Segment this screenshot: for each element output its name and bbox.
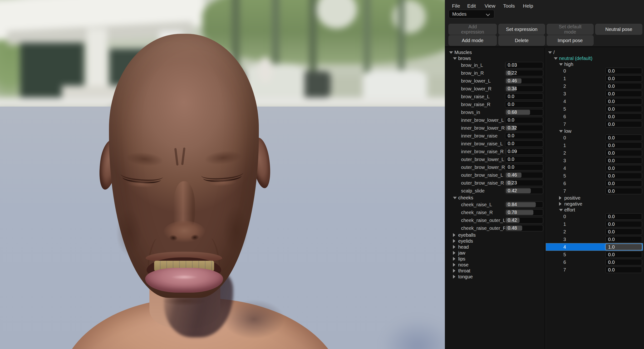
muscle-tree-row[interactable]: cheek_raise_L0.84 <box>445 200 544 208</box>
modes-dropdown[interactable]: Modes <box>449 10 494 18</box>
value-input[interactable]: 0.0 <box>606 114 642 120</box>
muscle-slider[interactable]: 0.32 <box>505 125 543 131</box>
collapse-triangle-icon[interactable] <box>453 197 457 199</box>
expand-triangle-icon[interactable] <box>559 202 562 206</box>
expand-triangle-icon[interactable] <box>453 269 455 273</box>
muscle-tree-row[interactable]: inner_brow_raise_L0.0 <box>445 140 544 148</box>
mode-tree-row[interactable]: low <box>546 128 643 134</box>
mode-tree-row[interactable]: 30.0 <box>546 90 643 98</box>
mode-tree-row[interactable]: 30.0 <box>546 236 643 243</box>
mode-tree-row[interactable]: negative <box>546 201 643 207</box>
value-input[interactable]: 1.0 <box>606 244 642 250</box>
mode-tree-row[interactable]: 60.0 <box>546 180 643 187</box>
value-input[interactable]: 0.0 <box>606 158 642 164</box>
muscle-tree-row[interactable]: cheek_raise_R0.78 <box>445 208 544 216</box>
mode-tree-row-selected[interactable]: 41.0 <box>546 243 643 251</box>
muscle-tree-row[interactable]: head <box>445 244 544 250</box>
value-input[interactable]: 0.0 <box>606 98 642 105</box>
value-input[interactable]: 0.0 <box>606 214 642 220</box>
muscle-tree-row[interactable]: Muscles <box>445 49 544 55</box>
add-expression-button[interactable]: Add expression <box>448 24 497 35</box>
menu-item-help[interactable]: Help <box>523 3 533 9</box>
value-input[interactable]: 0.0 <box>606 252 642 258</box>
muscle-slider[interactable]: 0.0 <box>505 117 543 123</box>
menu-item-view[interactable]: View <box>484 3 495 9</box>
mode-tree-row[interactable]: 10.0 <box>546 142 643 149</box>
muscle-slider[interactable]: 0.0 <box>505 93 543 100</box>
mode-tree-row[interactable]: 10.0 <box>546 75 643 82</box>
muscle-slider[interactable]: 0.0 <box>505 140 543 147</box>
value-input[interactable]: 0.0 <box>606 68 642 74</box>
muscle-tree-row[interactable]: brow_raise_L0.0 <box>445 92 544 100</box>
muscle-slider[interactable]: 0.48 <box>505 225 543 231</box>
mode-tree-row[interactable]: high <box>546 61 643 67</box>
mode-tree-row[interactable]: 60.0 <box>546 258 643 266</box>
value-input[interactable]: 0.0 <box>606 236 642 243</box>
set-expression-button[interactable]: Set expression <box>498 24 545 35</box>
collapse-triangle-icon[interactable] <box>453 57 457 60</box>
muscle-tree-row[interactable]: brow_in_L0.03 <box>445 61 544 69</box>
mode-tree-row[interactable]: 20.0 <box>546 228 643 236</box>
muscle-slider[interactable]: 0.0 <box>505 164 543 170</box>
muscle-tree-row[interactable]: scalp_slide0.42 <box>445 187 544 194</box>
mode-tree-row[interactable]: 20.0 <box>546 82 643 90</box>
collapse-triangle-icon[interactable] <box>554 57 558 60</box>
muscle-tree-row[interactable]: eyelids <box>445 238 544 244</box>
muscle-slider[interactable]: 0.78 <box>505 209 543 216</box>
muscle-slider[interactable]: 0.46 <box>505 172 543 178</box>
value-input[interactable]: 0.0 <box>606 165 642 172</box>
expand-triangle-icon[interactable] <box>453 233 455 237</box>
muscle-tree-row[interactable]: outer_brow_raise_R0.23 <box>445 179 544 187</box>
set-default-mode-button[interactable]: Set default mode <box>547 24 594 35</box>
mode-tree-row[interactable]: effort <box>546 207 643 213</box>
muscle-tree-row[interactable]: lips <box>445 256 544 262</box>
mode-tree-row[interactable]: 10.0 <box>546 220 643 228</box>
value-input[interactable]: 0.0 <box>606 173 642 179</box>
expand-triangle-icon[interactable] <box>559 196 562 200</box>
mode-tree-row[interactable]: / <box>546 49 643 55</box>
muscle-tree-row[interactable]: eyeballs <box>445 232 544 238</box>
muscle-tree-row[interactable]: brow_in_R0.22 <box>445 69 544 77</box>
muscle-tree-row[interactable]: throat <box>445 268 544 274</box>
expand-triangle-icon[interactable] <box>453 251 455 255</box>
muscle-tree-row[interactable]: nose <box>445 262 544 268</box>
muscle-tree-row[interactable]: inner_brow_raise_R0.09 <box>445 148 544 155</box>
viewport-3d[interactable] <box>0 0 445 349</box>
mode-tree-row[interactable]: 00.0 <box>546 67 643 75</box>
muscle-slider[interactable]: 0.0 <box>505 101 543 108</box>
mode-tree-row[interactable]: 70.0 <box>546 187 643 195</box>
delete-button[interactable]: Delete <box>498 35 545 46</box>
import-pose-button[interactable]: Import pose <box>547 35 594 46</box>
menu-item-tools[interactable]: Tools <box>503 3 515 9</box>
add-mode-button[interactable]: Add mode <box>448 35 497 46</box>
mode-tree-row[interactable]: 50.0 <box>546 105 643 113</box>
neutral-pose-button[interactable]: Neutral pose <box>595 24 642 35</box>
muscle-tree-row[interactable]: brow_lower_L0.46 <box>445 77 544 85</box>
expand-triangle-icon[interactable] <box>453 245 455 249</box>
collapse-triangle-icon[interactable] <box>449 52 453 54</box>
mode-tree-row[interactable]: 40.0 <box>546 98 643 105</box>
expand-triangle-icon[interactable] <box>453 257 455 261</box>
value-input[interactable]: 0.0 <box>606 188 642 194</box>
value-input[interactable]: 0.0 <box>606 221 642 228</box>
mode-tree-row[interactable]: 00.0 <box>546 213 643 220</box>
muscle-tree-row[interactable]: brow_raise_R0.0 <box>445 100 544 108</box>
expand-triangle-icon[interactable] <box>453 239 455 243</box>
muscle-slider[interactable]: 0.34 <box>505 86 543 92</box>
mode-tree-row[interactable]: 30.0 <box>546 157 643 164</box>
mode-tree-row[interactable]: 70.0 <box>546 120 643 128</box>
value-input[interactable]: 0.0 <box>606 267 642 273</box>
value-input[interactable]: 0.0 <box>606 150 642 156</box>
muscle-tree-row[interactable]: brows <box>445 55 544 61</box>
muscle-tree-row[interactable]: jaw <box>445 250 544 256</box>
collapse-triangle-icon[interactable] <box>559 209 563 211</box>
muscle-tree-row[interactable]: brows_in0.68 <box>445 108 544 116</box>
muscle-slider[interactable]: 0.23 <box>505 180 543 186</box>
muscle-tree-row[interactable]: outer_brow_raise_L0.46 <box>445 171 544 179</box>
mode-tree-row[interactable]: neutral (default) <box>546 55 643 61</box>
muscle-tree-row[interactable]: outer_brow_lower_R0.0 <box>445 163 544 171</box>
mode-tree-row[interactable]: 40.0 <box>546 164 643 172</box>
value-input[interactable]: 0.0 <box>606 121 642 128</box>
muscle-slider[interactable]: 0.42 <box>505 217 543 224</box>
value-input[interactable]: 0.0 <box>606 91 642 97</box>
